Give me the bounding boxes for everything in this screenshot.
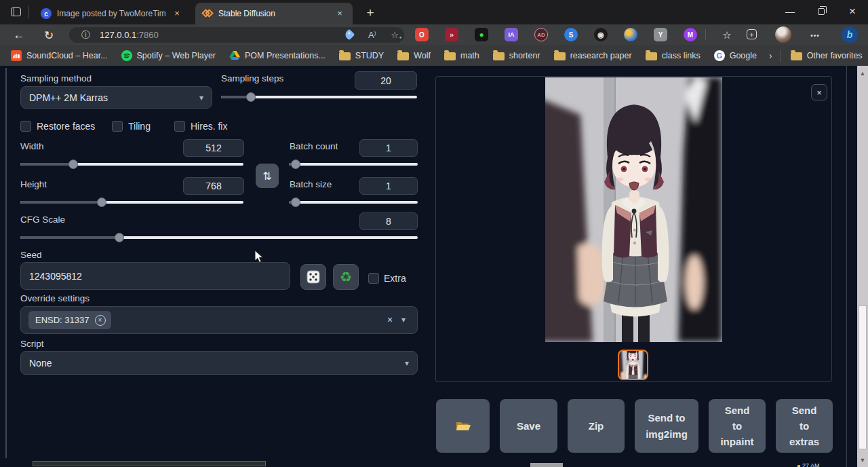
slider-handle[interactable] <box>115 233 124 242</box>
close-window-button[interactable]: × <box>837 0 868 23</box>
batch-count-slider[interactable] <box>289 160 418 169</box>
scroll-up-icon[interactable]: ▲ <box>857 68 868 79</box>
send-to-inpaint-button[interactable]: Send to inpaint <box>709 399 766 453</box>
restore-button[interactable] <box>806 0 837 23</box>
back-button[interactable]: ← <box>11 27 27 43</box>
restore-faces-checkbox[interactable] <box>20 121 31 132</box>
favorites-hub-icon[interactable]: ☆ <box>719 27 735 43</box>
horizontal-scrollbar[interactable] <box>33 461 266 466</box>
add-favorite-icon[interactable]: ☆+ <box>391 30 399 40</box>
cfg-scale-input[interactable]: 8 <box>359 212 418 230</box>
seed-input[interactable] <box>20 262 290 290</box>
read-aloud-icon[interactable]: A) <box>368 30 376 40</box>
tab-image-posted[interactable]: c Image posted by TwoMoreTimes × <box>34 3 191 24</box>
extension-globe-icon[interactable] <box>624 28 637 41</box>
bookmark-folder-study[interactable]: STUDY <box>338 49 389 62</box>
bookmark-folder-wolf[interactable]: Wolf <box>396 49 436 62</box>
taskbar-clock-sliver: 27 AM <box>797 462 865 467</box>
width-slider[interactable] <box>20 160 243 169</box>
extension-o-icon[interactable]: O <box>415 28 429 41</box>
folder-icon <box>444 52 456 60</box>
extension-shazam-icon[interactable]: S <box>564 28 578 41</box>
extension-adguard-icon[interactable]: AD <box>534 28 548 41</box>
tab1-close-icon[interactable]: × <box>171 7 183 20</box>
folder-icon <box>397 52 409 60</box>
bookmark-soundcloud[interactable]: SoundCloud – Hear... <box>9 48 113 63</box>
settings-more-icon[interactable]: ••• <box>807 27 823 43</box>
gallery-close-button[interactable]: × <box>811 84 827 100</box>
reuse-seed-button[interactable]: ♻ <box>333 264 359 290</box>
script-dropdown[interactable]: None ▾ <box>20 351 418 375</box>
extension-ia-icon[interactable]: IA <box>505 28 518 41</box>
height-input[interactable]: 768 <box>183 177 244 195</box>
extra-seed-label: Extra <box>384 273 406 284</box>
extension-y-icon[interactable]: Y <box>654 28 667 41</box>
site-info-icon[interactable]: ⓘ <box>81 29 90 41</box>
address-bar[interactable]: ⓘ 127.0.0.1:7860 A) ☆+ <box>69 27 404 43</box>
batch-count-input[interactable]: 1 <box>359 139 418 157</box>
sampling-steps-input[interactable]: 20 <box>355 71 417 90</box>
swap-width-height-button[interactable]: ⇅ <box>256 164 279 188</box>
tab-stable-diffusion[interactable]: Stable Diffusion × <box>195 3 353 24</box>
tab2-close-icon[interactable]: × <box>334 7 346 20</box>
bookmark-folder-shortenr[interactable]: shortenr <box>492 49 546 62</box>
sampling-method-label: Sampling method <box>20 73 92 83</box>
override-caret-icon[interactable]: ▾ <box>401 315 406 324</box>
override-chip-ensd[interactable]: ENSD: 31337 × <box>28 311 111 329</box>
url-port: :7860 <box>136 30 159 40</box>
extension-m-icon[interactable]: M <box>684 28 697 41</box>
seed-label: Seed <box>20 250 42 260</box>
url-host: 127.0.0.1 <box>100 30 136 40</box>
refresh-button[interactable]: ↻ <box>41 27 57 43</box>
width-input[interactable]: 512 <box>183 139 244 157</box>
gallery-thumbnail-selected[interactable] <box>618 350 648 380</box>
bookmark-folder-math[interactable]: math <box>443 49 485 62</box>
chip-remove-icon[interactable]: × <box>95 315 106 326</box>
extension-fastforward-icon[interactable]: » <box>445 28 458 41</box>
batch-size-slider[interactable] <box>289 198 418 207</box>
batch-count-label: Batch count <box>290 141 338 151</box>
restore-faces-label: Restore faces <box>37 121 95 132</box>
cfg-scale-slider[interactable] <box>20 233 418 242</box>
other-favorites-folder[interactable]: Other favorites <box>789 49 868 62</box>
height-slider[interactable] <box>20 198 243 207</box>
zip-button[interactable]: Zip <box>568 399 625 453</box>
override-clear-icon[interactable]: × <box>387 314 393 325</box>
workspaces-icon[interactable] <box>11 7 21 16</box>
hires-fix-checkbox[interactable] <box>174 121 185 132</box>
bookmark-google[interactable]: G Google <box>713 48 762 63</box>
send-to-img2img-button[interactable]: Send to img2img <box>635 399 698 453</box>
new-tab-button[interactable]: + <box>361 3 380 22</box>
slider-handle[interactable] <box>291 198 300 207</box>
generated-image[interactable] <box>545 77 722 345</box>
batch-size-input[interactable]: 1 <box>359 177 418 195</box>
random-seed-button[interactable] <box>300 264 326 290</box>
slider-handle[interactable] <box>97 198 106 207</box>
send-to-extras-button[interactable]: Send to extras <box>776 399 833 453</box>
bing-chat-icon[interactable]: b <box>842 26 858 43</box>
extension-monkey-icon[interactable]: ● <box>475 28 488 41</box>
minimize-button[interactable]: — <box>774 0 806 23</box>
profile-avatar[interactable] <box>775 26 791 43</box>
cfg-scale-label: CFG Scale <box>20 214 65 225</box>
bookmark-folder-reasearch-paper[interactable]: reasearch paper <box>553 49 637 62</box>
tab2-favicon-gradio-icon <box>202 8 213 19</box>
extra-seed-checkbox[interactable] <box>368 273 379 284</box>
slider-handle[interactable] <box>68 160 78 169</box>
tiling-checkbox[interactable] <box>112 121 123 132</box>
vertical-scrollbar-thumb[interactable] <box>859 305 867 449</box>
collections-icon[interactable]: + <box>747 29 757 39</box>
bookmark-pom-presentations[interactable]: POM Presentations... <box>228 48 331 62</box>
extension-map-pin-icon[interactable]: ◉ <box>594 28 608 41</box>
slider-handle[interactable] <box>291 160 300 169</box>
save-button[interactable]: Save <box>500 399 557 453</box>
slider-handle[interactable] <box>246 92 256 102</box>
shopping-tag-icon[interactable] <box>344 29 355 41</box>
bookmarks-overflow-chevron[interactable]: › <box>769 50 772 61</box>
bookmark-spotify[interactable]: Spotify – Web Player <box>120 48 222 63</box>
sampling-method-dropdown[interactable]: DPM++ 2M Karras ▾ <box>20 86 212 109</box>
bookmark-folder-class-links[interactable]: class links <box>644 49 706 62</box>
sampling-steps-slider[interactable] <box>221 92 417 102</box>
open-folder-button[interactable] <box>436 399 490 453</box>
tab-separator <box>28 6 29 18</box>
